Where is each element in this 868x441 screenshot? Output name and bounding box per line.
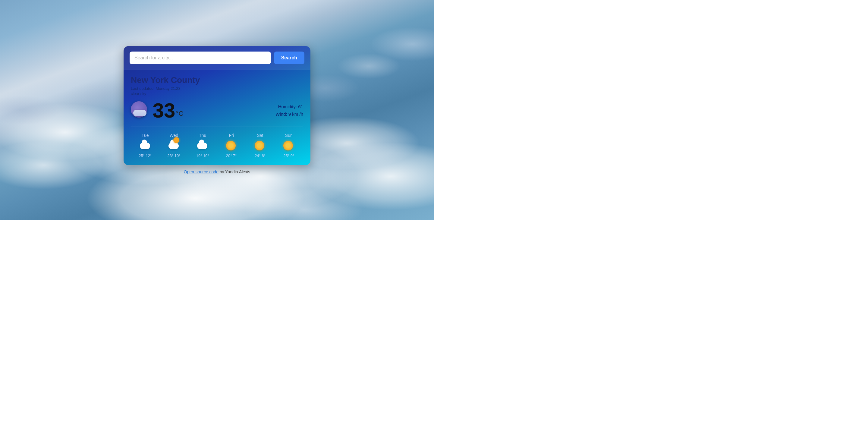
forecast-temps-sun: 25° 9° [283, 153, 294, 158]
sun-icon [226, 141, 236, 150]
forecast-thu: Thu 19° 10° [188, 132, 217, 159]
forecast-icon-sun [283, 140, 294, 151]
search-button[interactable]: Search [274, 52, 304, 64]
moon-cloud-icon [131, 101, 147, 118]
forecast-day-name: Sun [285, 133, 293, 138]
forecast-day-name: Fri [229, 133, 234, 138]
cloud-icon [140, 143, 150, 149]
forecast-icon-tue [140, 140, 151, 151]
forecast-icon-sat [255, 140, 266, 151]
forecast-temps-thu: 19° 10° [196, 153, 209, 158]
forecast-temps-fri: 20° 7° [226, 153, 237, 158]
city-name: New York County [131, 75, 303, 85]
forecast-icon-thu [197, 140, 208, 151]
search-input[interactable] [130, 52, 271, 64]
forecast-day-name: Tue [142, 133, 149, 138]
sun-icon [283, 141, 293, 150]
weather-main-icon [131, 101, 149, 119]
wind-label: Wind: 9 km /h [276, 110, 303, 118]
forecast-temps-sat: 24° 8° [255, 153, 266, 158]
forecast-day-name: Sat [257, 133, 263, 138]
weather-content: New York County Last updated: Monday 21:… [124, 70, 310, 165]
cloud-icon [197, 143, 207, 149]
open-source-link[interactable]: Open-source code [184, 169, 218, 174]
current-weather: 33°C Humidity: 61 Wind: 9 km /h [131, 100, 303, 121]
forecast-row: Tue 25° 12° Wed 23° 10° Thu [131, 127, 303, 159]
footer: Open-source code by Yandia Alexis [184, 169, 250, 174]
forecast-sat: Sat 24° 8° [246, 132, 274, 159]
weather-details: Humidity: 61 Wind: 9 km /h [276, 103, 303, 118]
search-area: Search [124, 46, 310, 70]
forecast-temps-tue: 25° 12° [138, 153, 152, 158]
temperature-unit: °C [176, 110, 184, 117]
forecast-wed: Wed 23° 10° [159, 132, 188, 159]
footer-credit: by Yandia Alexis [218, 169, 250, 174]
sky-condition: clear sky [131, 91, 303, 96]
forecast-sun: Sun 25° 9° [275, 132, 303, 159]
weather-card: Search New York County Last updated: Mon… [124, 46, 310, 165]
forecast-fri: Fri 20° 7° [217, 132, 246, 159]
forecast-day-name: Thu [199, 133, 206, 138]
last-updated: Last updated: Monday 21:23 [131, 86, 303, 91]
humidity-label: Humidity: 61 [276, 103, 303, 111]
forecast-icon-wed [168, 140, 179, 151]
cloud-sun-icon [168, 143, 179, 149]
forecast-temps-wed: 23° 10° [167, 153, 181, 158]
temperature-value: 33 [153, 99, 176, 122]
page-center: Search New York County Last updated: Mon… [124, 46, 310, 174]
forecast-icon-fri [226, 140, 237, 151]
temp-section: 33°C [131, 100, 183, 121]
forecast-tue: Tue 25° 12° [131, 132, 159, 159]
sun-icon [255, 141, 264, 150]
temperature-display: 33°C [153, 100, 183, 121]
